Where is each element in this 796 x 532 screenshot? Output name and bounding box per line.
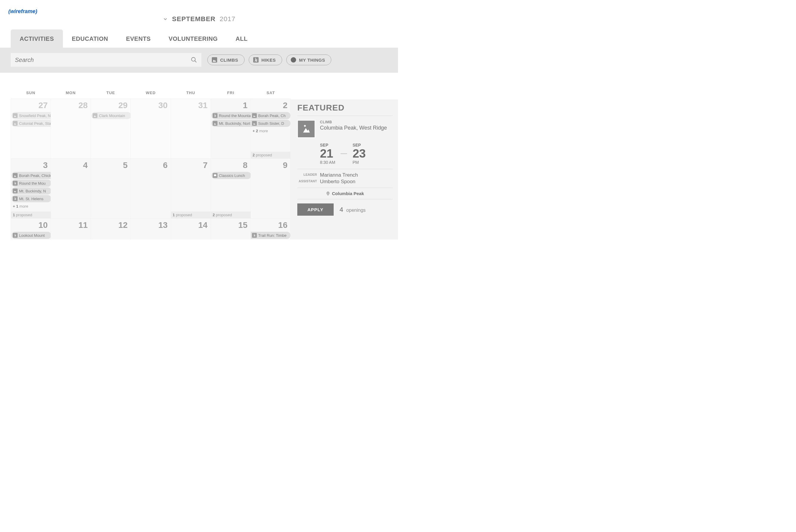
calendar-event[interactable]: Snowfield Peak, Neve Glacier — [12, 112, 51, 119]
tab-events[interactable]: EVENTS — [117, 30, 160, 48]
calendar-event[interactable]: Lookout Mount — [12, 232, 51, 239]
climb-icon — [213, 121, 217, 126]
pin-icon — [326, 192, 330, 196]
calendar-day[interactable]: 2Borah Peak, ChSouth Sister, D+ 2 more2 … — [251, 99, 291, 158]
calendar-event[interactable]: Mt. Buckindy, N — [12, 187, 51, 194]
event-label: Colonial Peak, Standard West Ridge — [19, 121, 51, 126]
tab-all[interactable]: ALL — [227, 30, 257, 48]
calendar-day[interactable]: 11 — [51, 218, 91, 240]
calendar-day[interactable]: 27Snowfield Peak, Neve GlacierColonial P… — [11, 99, 51, 158]
calendar-day[interactable]: 5 — [91, 159, 131, 218]
calendar-event[interactable]: Round the Mou — [12, 179, 51, 187]
featured-tag: CLIMB — [320, 120, 387, 124]
calendar-event[interactable]: Borah Peak, Chicken Out Ridge — [12, 172, 51, 179]
proposed-events[interactable]: 1 proposed — [171, 211, 211, 218]
calendar-event[interactable]: South Sister, D — [251, 120, 290, 127]
hike-icon — [13, 181, 18, 186]
event-label: Borah Peak, Ch — [258, 113, 286, 118]
search-input-wrap[interactable] — [11, 53, 202, 67]
search-input[interactable] — [15, 57, 191, 63]
calendar-event[interactable]: Mt. Buckindy, North Side — [211, 120, 251, 127]
calendar-day[interactable]: 4 — [51, 159, 91, 218]
dow-tue: TUE — [91, 91, 131, 99]
header-month: SEPTEMBER — [172, 15, 216, 23]
calendar-day[interactable]: 16Trail Run: Timbe — [251, 218, 291, 240]
day-number: 15 — [211, 218, 250, 231]
hike-icon — [13, 196, 18, 201]
day-number: 9 — [251, 159, 290, 171]
svg-line-1 — [195, 61, 196, 62]
calendar-event[interactable]: Mt. St. Helens — [12, 195, 51, 202]
filter-chip-climbs[interactable]: CLIMBS — [207, 55, 245, 65]
more-count: + 2 — [253, 129, 258, 133]
calendar-day[interactable]: 71 proposed — [171, 159, 211, 218]
filter-chip-hikes[interactable]: HIKES — [249, 55, 282, 65]
calendar-day[interactable]: 28 — [51, 99, 91, 158]
calendar-day[interactable]: 10Lookout Mount — [11, 218, 51, 240]
day-number: 2 — [251, 99, 290, 111]
svg-point-10 — [15, 234, 15, 235]
calendar-day[interactable]: 1Round the MountainMt. Buckindy, North S… — [211, 99, 251, 158]
event-label: Round the Mountain — [219, 113, 251, 118]
tab-activities[interactable]: ACTIVITIES — [11, 30, 63, 48]
calendar-day[interactable]: 29Clark Mountain — [91, 99, 131, 158]
day-number: 29 — [91, 99, 131, 111]
apply-button[interactable]: APPLY — [297, 204, 334, 216]
more-text: more — [19, 204, 28, 209]
calendar-day[interactable]: 8Classics Lunch2 proposed — [211, 159, 251, 218]
tab-education[interactable]: EDUCATION — [63, 30, 117, 48]
calendar-day[interactable]: 12 — [91, 218, 131, 240]
tab-volunteering[interactable]: VOLUNTEERING — [160, 30, 227, 48]
calendar-day[interactable]: 14 — [171, 218, 211, 240]
calendar-day[interactable]: 15 — [211, 218, 251, 240]
leader-label: LEADER — [297, 172, 320, 178]
book-icon — [213, 173, 217, 178]
dot-icon — [291, 57, 296, 62]
dow-thu: THU — [171, 91, 211, 99]
calendar-event[interactable]: Round the Mountain — [211, 112, 251, 119]
calendar-day[interactable]: 3Borah Peak, Chicken Out RidgeRound the … — [11, 159, 51, 218]
proposed-events[interactable]: 2 proposed — [211, 211, 250, 218]
header-year: 2017 — [220, 15, 235, 23]
featured-location[interactable]: Columbia Peak — [297, 188, 393, 199]
proposed-events[interactable]: 1 proposed — [11, 211, 51, 218]
svg-point-8 — [15, 197, 15, 198]
start-time: 8:30 AM — [320, 160, 335, 165]
svg-point-4 — [214, 114, 215, 115]
search-icon — [191, 57, 197, 63]
day-number: 3 — [11, 159, 51, 171]
month-selector[interactable]: SEPTEMBER 2017 — [0, 12, 398, 30]
day-number: 8 — [211, 159, 250, 171]
svg-point-15 — [328, 192, 328, 193]
proposed-count: 1 — [173, 213, 175, 217]
featured-panel: FEATURED CLIMB Columbia Peak, West Ridge… — [291, 99, 398, 240]
calendar-event[interactable]: Classics Lunch — [211, 172, 251, 179]
event-label: Clark Mountain — [99, 113, 125, 118]
calendar-day[interactable]: 30 — [131, 99, 171, 158]
event-label: Round the Mou — [19, 181, 45, 186]
more-events[interactable]: + 1 more — [11, 203, 51, 210]
day-number: 6 — [131, 159, 170, 171]
calendar-event[interactable]: Colonial Peak, Standard West Ridge — [12, 120, 51, 127]
chip-label: CLIMBS — [220, 57, 238, 62]
svg-point-2 — [255, 58, 256, 59]
calendar-event[interactable]: Trail Run: Timbe — [251, 232, 290, 239]
proposed-text: proposed — [176, 213, 192, 217]
calendar-event[interactable]: Borah Peak, Ch — [251, 112, 290, 119]
calendar-day[interactable]: 13 — [131, 218, 171, 240]
end-time: PM — [353, 160, 366, 165]
calendar-day[interactable]: 9 — [251, 159, 291, 218]
proposed-events[interactable]: 2 proposed — [251, 152, 290, 158]
calendar-day[interactable]: 6 — [131, 159, 171, 218]
calendar-day[interactable]: 31 — [171, 99, 211, 158]
day-number: 11 — [51, 218, 91, 231]
more-events[interactable]: + 2 more — [251, 128, 290, 134]
proposed-count: 2 — [253, 153, 255, 157]
calendar-event[interactable]: Clark Mountain — [92, 112, 131, 119]
filter-chip-my-things[interactable]: MY THINGS — [286, 55, 331, 65]
featured-dates: SEP 21 8:30 AM SEP 23 PM — [297, 140, 393, 169]
svg-point-6 — [15, 182, 15, 183]
proposed-text: proposed — [16, 213, 32, 217]
hike-icon — [252, 233, 257, 238]
proposed-text: proposed — [216, 213, 232, 217]
